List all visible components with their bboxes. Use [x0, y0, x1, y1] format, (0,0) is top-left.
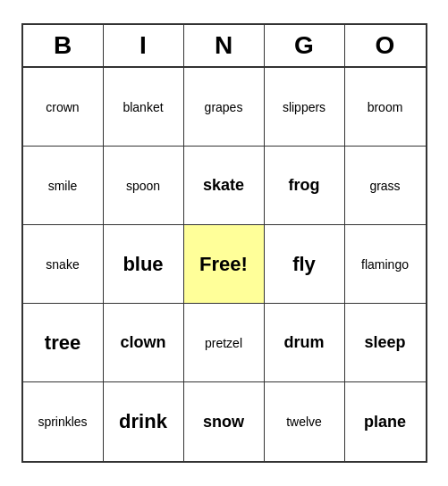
bingo-cell-9[interactable]: grass	[345, 147, 426, 225]
bingo-cell-4[interactable]: broom	[345, 68, 426, 147]
bingo-header: BINGO	[23, 25, 426, 68]
bingo-cell-2[interactable]: grapes	[184, 68, 265, 147]
bingo-cell-11[interactable]: blue	[104, 225, 184, 304]
header-letter-I: I	[104, 25, 184, 68]
bingo-cell-23[interactable]: twelve	[265, 382, 345, 461]
bingo-cell-17[interactable]: pretzel	[184, 304, 265, 382]
bingo-cell-1[interactable]: blanket	[104, 68, 184, 147]
bingo-cell-21[interactable]: drink	[104, 382, 184, 461]
bingo-cell-8[interactable]: frog	[265, 147, 345, 225]
bingo-cell-5[interactable]: smile	[23, 147, 104, 225]
bingo-cell-6[interactable]: spoon	[104, 147, 184, 225]
bingo-cell-18[interactable]: drum	[265, 304, 345, 382]
bingo-cell-7[interactable]: skate	[184, 147, 265, 225]
bingo-cell-22[interactable]: snow	[184, 382, 265, 461]
header-letter-G: G	[265, 25, 345, 68]
bingo-cell-12[interactable]: Free!	[184, 225, 265, 304]
bingo-cell-24[interactable]: plane	[345, 382, 426, 461]
bingo-cell-16[interactable]: clown	[104, 304, 184, 382]
bingo-grid: crownblanketgrapesslippersbroomsmilespoo…	[23, 68, 426, 461]
bingo-cell-14[interactable]: flamingo	[345, 225, 426, 304]
header-letter-N: N	[184, 25, 265, 68]
bingo-cell-10[interactable]: snake	[23, 225, 104, 304]
bingo-cell-3[interactable]: slippers	[265, 68, 345, 147]
header-letter-B: B	[23, 25, 104, 68]
header-letter-O: O	[345, 25, 426, 68]
bingo-cell-0[interactable]: crown	[23, 68, 104, 147]
bingo-cell-15[interactable]: tree	[23, 304, 104, 382]
bingo-cell-20[interactable]: sprinkles	[23, 382, 104, 461]
bingo-card: BINGO crownblanketgrapesslippersbroomsmi…	[21, 23, 427, 463]
bingo-cell-13[interactable]: fly	[265, 225, 345, 304]
bingo-cell-19[interactable]: sleep	[345, 304, 426, 382]
